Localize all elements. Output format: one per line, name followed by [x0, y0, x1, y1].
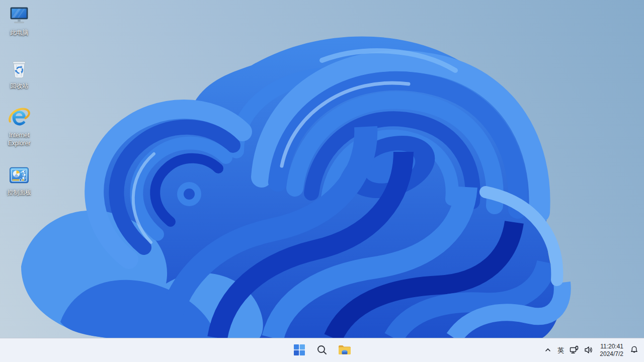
- control-panel-icon: [8, 164, 31, 187]
- volume-button[interactable]: [582, 340, 596, 360]
- system-tray: 英: [541, 338, 641, 362]
- clock[interactable]: 11:20:41 2024/7/2: [596, 340, 627, 360]
- search-icon: [316, 344, 328, 357]
- desktop-icon-label: Internet Explorer: [1, 132, 38, 147]
- desktop-icon-label: 控制面板: [7, 189, 31, 197]
- input-language-indicator[interactable]: 英: [555, 340, 567, 360]
- wallpaper-bloom: [0, 0, 644, 362]
- desktop-icon-label: 此电脑: [10, 29, 28, 37]
- desktop-icon-label: 回收站: [10, 82, 28, 90]
- desktop-icon-this-pc[interactable]: 此电脑: [0, 4, 38, 37]
- internet-explorer-icon: [8, 107, 31, 130]
- taskbar-center-icons: [289, 338, 355, 362]
- clock-date: 2024/7/2: [600, 350, 623, 358]
- taskbar: 英: [0, 338, 644, 362]
- desktop[interactable]: 此电脑: [0, 0, 644, 362]
- start-button[interactable]: [289, 340, 309, 360]
- chevron-up-icon: [544, 346, 552, 355]
- recycle-bin-icon: [8, 57, 31, 80]
- network-button[interactable]: [567, 340, 581, 360]
- ethernet-network-icon: [570, 345, 579, 356]
- desktop-icon-recycle-bin[interactable]: 回收站: [0, 57, 38, 90]
- windows-logo-icon: [294, 344, 305, 357]
- search-button[interactable]: [312, 340, 332, 360]
- folder-icon: [338, 344, 351, 357]
- speaker-icon: [584, 345, 593, 356]
- tray-overflow-chevron-button[interactable]: [541, 340, 554, 360]
- clock-time: 11:20:41: [600, 343, 623, 350]
- this-pc-icon: [8, 4, 31, 27]
- desktop-icon-internet-explorer[interactable]: Internet Explorer: [0, 107, 38, 147]
- desktop-icon-control-panel[interactable]: 控制面板: [0, 164, 38, 197]
- notification-center-button[interactable]: [627, 340, 641, 360]
- bell-icon: [630, 345, 638, 355]
- file-explorer-button[interactable]: [335, 340, 355, 360]
